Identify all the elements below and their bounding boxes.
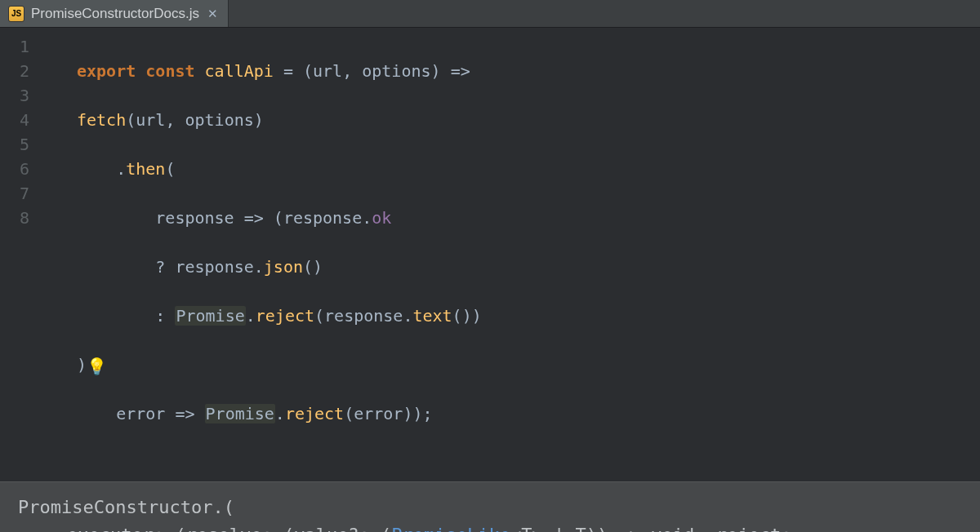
line-number: 1 (0, 34, 29, 59)
param-info-line: executor: (resolve: (value?: (PromiseLik… (18, 521, 962, 532)
line-number: 2 (0, 59, 29, 83)
line-number: 4 (0, 108, 29, 132)
code-area[interactable]: export const callApi = (url, options) =>… (38, 28, 482, 481)
js-file-icon: JS (8, 6, 24, 22)
code-editor[interactable]: 1 2 3 4 5 6 7 8 export const callApi = (… (0, 28, 980, 481)
type-link[interactable]: PromiseLike (391, 525, 510, 532)
editor-tab-bar: JS PromiseConstructorDocs.js ✕ (0, 0, 980, 28)
line-number: 7 (0, 181, 29, 206)
code-line: )💡 (77, 352, 482, 377)
line-number: 5 (0, 132, 29, 157)
code-line: fetch(url, options) (77, 108, 482, 132)
code-line: export const callApi = (url, options) => (77, 59, 482, 83)
code-line: .then( (77, 157, 482, 181)
code-line: error => Promise.reject(error)); (77, 401, 482, 426)
line-number: 8 (0, 206, 29, 230)
code-line: : Promise.reject(response.text()) (77, 304, 482, 328)
param-info-line: PromiseConstructor.( (18, 494, 962, 521)
line-number: 3 (0, 83, 29, 108)
file-tab-label: PromiseConstructorDocs.js (31, 6, 199, 22)
file-tab[interactable]: JS PromiseConstructorDocs.js ✕ (0, 0, 229, 27)
line-gutter: 1 2 3 4 5 6 7 8 (0, 28, 38, 481)
line-number: 6 (0, 157, 29, 181)
intention-bulb-icon[interactable]: 💡 (87, 354, 107, 379)
parameter-info-popup: PromiseConstructor.( executor: (resolve:… (0, 481, 980, 532)
close-icon[interactable]: ✕ (206, 7, 220, 21)
code-line: ? response.json() (77, 255, 482, 279)
code-line: response => (response.ok (77, 206, 482, 230)
